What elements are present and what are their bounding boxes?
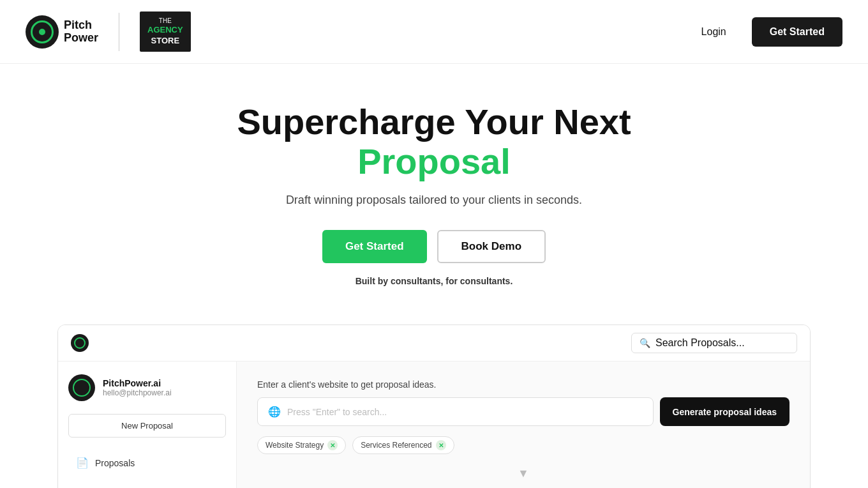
pp-logo-circle	[26, 15, 59, 49]
generate-button[interactable]: Generate proposal ideas	[660, 397, 789, 426]
navbar: Pitch Power The Agency Store Login Get S…	[0, 0, 868, 64]
tag-label: Services Referenced	[361, 441, 431, 450]
search-bar[interactable]: 🔍 Search Proposals...	[631, 333, 797, 353]
nav-get-started-button[interactable]: Get Started	[752, 17, 842, 47]
hero-subtitle: Draft winning proposals tailored to your…	[286, 194, 582, 207]
user-info: PitchPower.ai hello@pitchpower.ai	[103, 378, 172, 397]
pitch-label: Pitch	[64, 19, 98, 32]
hero-book-demo-button[interactable]: Book Demo	[437, 230, 546, 263]
app-small-logo-inner	[74, 337, 86, 349]
sidebar-user: PitchPower.ai hello@pitchpower.ai	[68, 374, 226, 401]
globe-icon: 🌐	[268, 406, 281, 418]
hero-title-part2: Proposal	[357, 141, 511, 181]
user-name: PitchPower.ai	[103, 378, 172, 388]
pp-text: Pitch Power	[64, 19, 98, 45]
agencystore-logo: The Agency Store	[140, 11, 191, 52]
url-input-label: Enter a client's website to get proposal…	[257, 379, 789, 390]
user-email: hello@pitchpower.ai	[103, 388, 172, 397]
user-avatar-inner	[73, 379, 91, 397]
hero-buttons: Get Started Book Demo	[322, 230, 546, 263]
hero-title: Supercharge Your Next Proposal	[179, 102, 689, 181]
url-input-box[interactable]: 🌐 Press "Enter" to search...	[257, 397, 654, 426]
navbar-actions: Login Get Started	[691, 17, 842, 47]
power-label: Power	[64, 32, 98, 45]
tag-label: Website Strategy	[266, 441, 324, 450]
hero-section: Supercharge Your Next Proposal Draft win…	[0, 64, 868, 312]
tag-remove-icon[interactable]: ✕	[327, 440, 338, 450]
app-main: Enter a client's website to get proposal…	[237, 362, 810, 488]
login-button[interactable]: Login	[691, 21, 737, 43]
url-placeholder-text: Press "Enter" to search...	[287, 407, 387, 417]
user-avatar	[68, 374, 95, 401]
app-preview: 🔍 Search Proposals... PitchPower.ai hell…	[57, 324, 811, 488]
hero-tagline-text: Built by consultants, for consultants.	[355, 276, 513, 286]
app-small-logo	[71, 334, 89, 352]
search-placeholder-text: Search Proposals...	[655, 337, 745, 349]
divider-icon: ▼	[257, 467, 789, 480]
tag-row: Website Strategy ✕ Services Referenced ✕	[257, 436, 789, 454]
hero-tagline: Built by consultants, for consultants.	[355, 276, 513, 286]
new-proposal-button[interactable]: New Proposal	[68, 414, 226, 438]
app-body: PitchPower.ai hello@pitchpower.ai New Pr…	[58, 362, 810, 488]
sidebar-item-proposals[interactable]: 📄 Proposals	[68, 450, 226, 475]
tag-services-referenced[interactable]: Services Referenced ✕	[352, 436, 454, 454]
search-icon: 🔍	[640, 338, 650, 348]
logo-divider	[119, 13, 119, 51]
pitchpower-logo: Pitch Power	[26, 15, 98, 49]
tag-remove-icon[interactable]: ✕	[436, 440, 446, 450]
sidebar-proposals-label: Proposals	[95, 458, 135, 468]
pp-logo-inner	[31, 20, 54, 43]
the-label: The	[159, 17, 172, 25]
app-header: 🔍 Search Proposals...	[58, 325, 810, 362]
proposals-icon: 📄	[76, 457, 89, 469]
logo-group: Pitch Power The Agency Store	[26, 11, 191, 52]
url-input-row: 🌐 Press "Enter" to search... Generate pr…	[257, 397, 789, 426]
tag-website-strategy[interactable]: Website Strategy ✕	[257, 436, 346, 454]
hero-title-part1: Supercharge Your Next	[237, 102, 631, 142]
store-label: Store	[151, 36, 180, 47]
pp-logo-dot	[39, 29, 45, 35]
agency-label: Agency	[147, 25, 183, 36]
hero-get-started-button[interactable]: Get Started	[322, 230, 427, 263]
app-sidebar: PitchPower.ai hello@pitchpower.ai New Pr…	[58, 362, 237, 488]
